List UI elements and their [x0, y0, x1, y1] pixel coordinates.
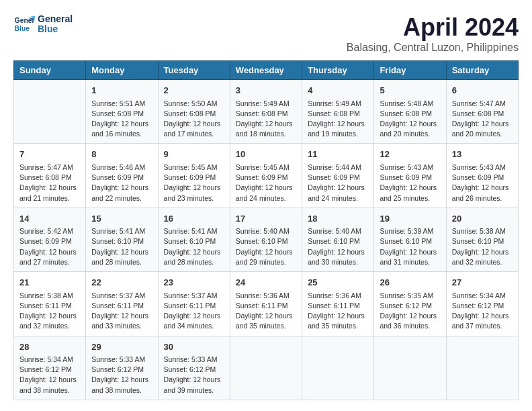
- day-info: Sunrise: 5:42 AM Sunset: 6:09 PM Dayligh…: [19, 226, 80, 267]
- calendar-cell: 13Sunrise: 5:43 AM Sunset: 6:09 PM Dayli…: [446, 144, 518, 208]
- day-info: Sunrise: 5:36 AM Sunset: 6:11 PM Dayligh…: [236, 291, 296, 332]
- day-info: Sunrise: 5:49 AM Sunset: 6:08 PM Dayligh…: [236, 99, 296, 140]
- calendar-cell: 27Sunrise: 5:34 AM Sunset: 6:12 PM Dayli…: [446, 272, 518, 336]
- day-info: Sunrise: 5:33 AM Sunset: 6:12 PM Dayligh…: [164, 355, 224, 396]
- calendar-cell: 30Sunrise: 5:33 AM Sunset: 6:12 PM Dayli…: [158, 336, 230, 400]
- day-info: Sunrise: 5:34 AM Sunset: 6:12 PM Dayligh…: [452, 291, 513, 332]
- day-number: 17: [236, 212, 296, 226]
- day-info: Sunrise: 5:39 AM Sunset: 6:10 PM Dayligh…: [380, 226, 440, 267]
- day-number: 26: [380, 276, 440, 289]
- day-info: Sunrise: 5:40 AM Sunset: 6:10 PM Dayligh…: [236, 226, 296, 267]
- calendar-cell: 24Sunrise: 5:36 AM Sunset: 6:11 PM Dayli…: [230, 272, 302, 336]
- day-info: Sunrise: 5:33 AM Sunset: 6:12 PM Dayligh…: [91, 355, 152, 396]
- calendar-cell: 1Sunrise: 5:51 AM Sunset: 6:08 PM Daylig…: [86, 80, 158, 144]
- calendar-cell: 14Sunrise: 5:42 AM Sunset: 6:09 PM Dayli…: [14, 208, 86, 271]
- calendar-week-4: 21Sunrise: 5:38 AM Sunset: 6:11 PM Dayli…: [14, 272, 519, 336]
- day-number: 27: [452, 276, 513, 289]
- day-number: 28: [19, 340, 80, 354]
- calendar-cell: 21Sunrise: 5:38 AM Sunset: 6:11 PM Dayli…: [14, 272, 86, 336]
- header-cell-tuesday: Tuesday: [158, 61, 230, 80]
- day-number: 6: [452, 84, 513, 97]
- day-info: Sunrise: 5:45 AM Sunset: 6:09 PM Dayligh…: [236, 163, 296, 203]
- day-number: 13: [452, 148, 513, 161]
- calendar-cell: 18Sunrise: 5:40 AM Sunset: 6:10 PM Dayli…: [302, 208, 374, 271]
- day-number: 2: [164, 84, 224, 97]
- day-info: Sunrise: 5:45 AM Sunset: 6:09 PM Dayligh…: [164, 163, 224, 203]
- calendar-cell: [230, 336, 302, 400]
- day-number: 23: [164, 276, 224, 289]
- day-info: Sunrise: 5:40 AM Sunset: 6:10 PM Dayligh…: [308, 226, 368, 267]
- day-number: 9: [164, 148, 224, 161]
- calendar-header: SundayMondayTuesdayWednesdayThursdayFrid…: [14, 61, 519, 80]
- calendar-cell: 17Sunrise: 5:40 AM Sunset: 6:10 PM Dayli…: [230, 208, 302, 271]
- calendar-cell: [446, 336, 518, 400]
- day-number: 12: [380, 148, 440, 161]
- calendar-cell: 12Sunrise: 5:43 AM Sunset: 6:09 PM Dayli…: [374, 144, 446, 208]
- calendar-cell: 7Sunrise: 5:47 AM Sunset: 6:08 PM Daylig…: [14, 144, 86, 208]
- day-number: 14: [19, 212, 80, 226]
- calendar-cell: 22Sunrise: 5:37 AM Sunset: 6:11 PM Dayli…: [86, 272, 158, 336]
- day-number: 29: [91, 340, 152, 354]
- day-info: Sunrise: 5:46 AM Sunset: 6:09 PM Dayligh…: [91, 163, 152, 203]
- header-row: SundayMondayTuesdayWednesdayThursdayFrid…: [14, 61, 519, 80]
- calendar-week-5: 28Sunrise: 5:34 AM Sunset: 6:12 PM Dayli…: [14, 336, 519, 400]
- day-info: Sunrise: 5:36 AM Sunset: 6:11 PM Dayligh…: [308, 291, 368, 332]
- header-cell-saturday: Saturday: [446, 61, 518, 80]
- day-number: 15: [91, 212, 152, 226]
- calendar-cell: 3Sunrise: 5:49 AM Sunset: 6:08 PM Daylig…: [230, 80, 302, 144]
- day-info: Sunrise: 5:38 AM Sunset: 6:10 PM Dayligh…: [452, 226, 513, 267]
- day-number: 24: [236, 276, 296, 289]
- day-number: 25: [308, 276, 368, 289]
- day-info: Sunrise: 5:48 AM Sunset: 6:08 PM Dayligh…: [380, 99, 440, 140]
- day-info: Sunrise: 5:51 AM Sunset: 6:08 PM Dayligh…: [91, 99, 152, 140]
- day-number: 16: [164, 212, 224, 226]
- day-info: Sunrise: 5:37 AM Sunset: 6:11 PM Dayligh…: [164, 291, 224, 332]
- day-info: Sunrise: 5:38 AM Sunset: 6:11 PM Dayligh…: [19, 291, 80, 332]
- day-info: Sunrise: 5:43 AM Sunset: 6:09 PM Dayligh…: [452, 163, 513, 203]
- calendar-cell: 11Sunrise: 5:44 AM Sunset: 6:09 PM Dayli…: [302, 144, 374, 208]
- day-number: 8: [91, 148, 152, 161]
- day-number: 22: [91, 276, 152, 289]
- calendar-cell: 5Sunrise: 5:48 AM Sunset: 6:08 PM Daylig…: [374, 80, 446, 144]
- day-info: Sunrise: 5:50 AM Sunset: 6:08 PM Dayligh…: [164, 99, 224, 140]
- day-number: 10: [236, 148, 296, 161]
- calendar-cell: 10Sunrise: 5:45 AM Sunset: 6:09 PM Dayli…: [230, 144, 302, 208]
- day-info: Sunrise: 5:41 AM Sunset: 6:10 PM Dayligh…: [164, 226, 224, 267]
- header-cell-thursday: Thursday: [302, 61, 374, 80]
- calendar-cell: 15Sunrise: 5:41 AM Sunset: 6:10 PM Dayli…: [86, 208, 158, 271]
- calendar-cell: [14, 80, 86, 144]
- calendar-cell: 25Sunrise: 5:36 AM Sunset: 6:11 PM Dayli…: [302, 272, 374, 336]
- calendar-cell: 16Sunrise: 5:41 AM Sunset: 6:10 PM Dayli…: [158, 208, 230, 271]
- header-cell-wednesday: Wednesday: [230, 61, 302, 80]
- day-number: 7: [19, 148, 80, 161]
- day-info: Sunrise: 5:34 AM Sunset: 6:12 PM Dayligh…: [19, 355, 80, 396]
- calendar-cell: 23Sunrise: 5:37 AM Sunset: 6:11 PM Dayli…: [158, 272, 230, 336]
- day-info: Sunrise: 5:47 AM Sunset: 6:08 PM Dayligh…: [452, 99, 513, 140]
- logo-icon: General Blue: [13, 13, 35, 35]
- calendar-cell: 26Sunrise: 5:35 AM Sunset: 6:12 PM Dayli…: [374, 272, 446, 336]
- calendar-cell: 2Sunrise: 5:50 AM Sunset: 6:08 PM Daylig…: [158, 80, 230, 144]
- day-number: 3: [236, 84, 296, 97]
- day-info: Sunrise: 5:44 AM Sunset: 6:09 PM Dayligh…: [308, 163, 368, 203]
- day-number: 11: [308, 148, 368, 161]
- day-info: Sunrise: 5:47 AM Sunset: 6:08 PM Dayligh…: [19, 163, 80, 203]
- day-info: Sunrise: 5:37 AM Sunset: 6:11 PM Dayligh…: [91, 291, 152, 332]
- day-info: Sunrise: 5:35 AM Sunset: 6:12 PM Dayligh…: [380, 291, 440, 332]
- calendar-cell: [374, 336, 446, 400]
- calendar-cell: 19Sunrise: 5:39 AM Sunset: 6:10 PM Dayli…: [374, 208, 446, 271]
- day-info: Sunrise: 5:49 AM Sunset: 6:08 PM Dayligh…: [308, 99, 368, 140]
- calendar-cell: 9Sunrise: 5:45 AM Sunset: 6:09 PM Daylig…: [158, 144, 230, 208]
- logo-text-general: General: [38, 14, 73, 24]
- day-number: 20: [452, 212, 513, 226]
- header-cell-friday: Friday: [374, 61, 446, 80]
- day-number: 5: [380, 84, 440, 97]
- calendar-week-2: 7Sunrise: 5:47 AM Sunset: 6:08 PM Daylig…: [14, 144, 519, 208]
- svg-text:Blue: Blue: [15, 25, 30, 32]
- page-header: General Blue General Blue April 2024 Bal…: [13, 13, 519, 54]
- calendar-cell: 29Sunrise: 5:33 AM Sunset: 6:12 PM Dayli…: [86, 336, 158, 400]
- calendar-cell: 6Sunrise: 5:47 AM Sunset: 6:08 PM Daylig…: [446, 80, 518, 144]
- day-info: Sunrise: 5:43 AM Sunset: 6:09 PM Dayligh…: [380, 163, 440, 203]
- calendar-body: 1Sunrise: 5:51 AM Sunset: 6:08 PM Daylig…: [14, 80, 519, 400]
- calendar-week-1: 1Sunrise: 5:51 AM Sunset: 6:08 PM Daylig…: [14, 80, 519, 144]
- calendar-cell: 28Sunrise: 5:34 AM Sunset: 6:12 PM Dayli…: [14, 336, 86, 400]
